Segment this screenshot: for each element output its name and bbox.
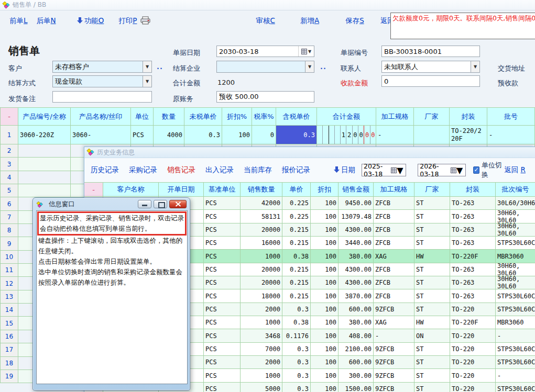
- old-account-input[interactable]: [216, 91, 314, 103]
- history-cell: 600.00: [339, 303, 374, 316]
- settle-company-more-button[interactable]: ..: [320, 63, 326, 71]
- history-cell: MBR3060: [496, 316, 535, 329]
- ship-note-input[interactable]: [52, 91, 152, 103]
- history-header-0: -: [84, 182, 103, 197]
- settle-method-combobox[interactable]: 现金现款 ▼: [52, 75, 152, 87]
- audit-link[interactable]: 审核C: [256, 16, 275, 26]
- amount-digit: 1: [340, 126, 346, 144]
- history-cell: 4300.00: [339, 223, 374, 237]
- chevron-down-icon[interactable]: ▼: [143, 76, 151, 87]
- empty-cell: 14: [0, 304, 18, 317]
- amount-digit: [329, 126, 334, 144]
- print-link-text: 打印: [118, 16, 133, 25]
- empty-cell: 3: [0, 158, 18, 171]
- history-cell: 0.215: [282, 237, 311, 250]
- history-cell: 1000: [241, 316, 282, 329]
- app-icon: [86, 149, 95, 156]
- main-grid-header-13: 批号: [487, 107, 535, 126]
- tab-quote-records[interactable]: 报价记录: [282, 165, 310, 175]
- date-link[interactable]: 日期: [334, 165, 355, 175]
- history-cell: 408.00: [339, 329, 374, 342]
- customer-combobox[interactable]: 未存档客户 ▼: [52, 61, 152, 73]
- main-grid-header-row: -产品编号/全称产品名称/丝印单位数量未税单价折扣%税率%含税单价合计金额加工规…: [0, 107, 535, 126]
- main-grid-header-11: 厂家: [414, 107, 450, 126]
- main-grid-header-3: 单位: [131, 107, 154, 126]
- save-link[interactable]: 保存S: [345, 16, 364, 26]
- product-row-1-cell-1: 3060-220Z: [18, 126, 71, 144]
- main-grid-header-5: 未税单价: [184, 107, 222, 126]
- history-back-link[interactable]: 返回 R: [504, 165, 526, 175]
- info-titlebar[interactable]: 信息窗口: [33, 198, 190, 210]
- history-cell: 16000: [241, 237, 282, 250]
- doc-date-input[interactable]: 2030-03-18 ▼: [216, 46, 314, 57]
- receipt-amount-input[interactable]: [381, 75, 480, 87]
- settle-company-combobox[interactable]: ▼: [216, 61, 314, 73]
- history-cell: 0.215: [282, 223, 311, 237]
- tab-sales-records[interactable]: 销售记录: [167, 165, 195, 175]
- delivery-address-label: 交货地址: [498, 64, 525, 73]
- unit-switch-checkbox[interactable]: ✓: [473, 166, 479, 174]
- chevron-down-icon[interactable]: ▼: [305, 61, 314, 72]
- history-cell: 42000: [241, 197, 282, 210]
- customer-more-button[interactable]: ..: [157, 63, 163, 71]
- history-cell: TO-263: [450, 223, 496, 237]
- tab-purchase-records[interactable]: 采购记录: [129, 165, 157, 175]
- next-doc-link-text: 后单: [37, 16, 51, 25]
- history-header-1: 客户名称: [103, 182, 159, 197]
- history-cell: 300.00: [339, 369, 374, 382]
- print-link[interactable]: 打印P: [118, 16, 137, 26]
- date-from-input[interactable]: 2025-03-18 ▼: [362, 164, 406, 176]
- calendar-dropdown-icon[interactable]: ▼: [451, 165, 465, 175]
- history-cell: TO-263: [450, 263, 496, 276]
- date-to-input[interactable]: 2026-03-18 ▼: [418, 164, 466, 176]
- close-button[interactable]: [169, 200, 187, 208]
- chevron-down-icon[interactable]: ▼: [471, 61, 479, 72]
- history-cell: 30H60, 30L60: [496, 263, 535, 276]
- date-from-value: 2025-03-18: [362, 162, 391, 178]
- info-paragraph-1: 显示历史记录、采购记录、销售记录时，双击记录会自动把价格信息填写到单据当前行。: [39, 213, 185, 234]
- credit-warning-box: 欠款额度0元，期限0天。联系间隔0天,销售间隔0天。: [390, 13, 535, 39]
- doc-no-input[interactable]: [381, 46, 480, 57]
- history-cell: ZFCB: [374, 276, 414, 289]
- contact-combobox[interactable]: 未知联系人 ▼: [381, 61, 480, 73]
- maximize-button[interactable]: [154, 200, 167, 208]
- history-cell: -: [374, 329, 414, 342]
- history-cell: ZFCB: [374, 197, 414, 210]
- settle-method-label: 结算方式: [8, 79, 36, 88]
- calendar-dropdown-icon[interactable]: ▼: [298, 46, 314, 57]
- next-doc-link[interactable]: 后单N: [37, 16, 56, 26]
- history-cell: 0.38: [282, 316, 311, 329]
- functions-link[interactable]: 功能O: [77, 16, 104, 26]
- history-cell: PCS: [204, 197, 241, 210]
- tab-history-records[interactable]: 历史记录: [91, 165, 119, 175]
- history-cell: MBR3060: [496, 250, 535, 263]
- tab-current-stock[interactable]: 当前库存: [244, 165, 272, 175]
- calendar-dropdown-icon[interactable]: ▼: [391, 165, 406, 175]
- history-header-3: 基准单位: [204, 182, 241, 197]
- history-cell: 100: [311, 369, 339, 382]
- history-cell: ST: [414, 369, 450, 382]
- history-header-row: -客户名称开单日期基准单位销售数量单价折扣销售金额加工规格厂家封装批次编号: [84, 182, 535, 197]
- tab-in-out-records[interactable]: 出入记录: [205, 165, 234, 175]
- minimize-button[interactable]: [138, 200, 151, 208]
- history-cell: TO-263: [450, 276, 496, 289]
- empty-cell: 2: [0, 144, 18, 158]
- history-cell: 100: [311, 356, 339, 369]
- chevron-down-icon[interactable]: ▼: [143, 61, 151, 72]
- history-cell: ST: [414, 303, 450, 316]
- prev-doc-link[interactable]: 前单L: [9, 16, 28, 26]
- history-cell: PCS: [204, 329, 241, 342]
- add-new-link-hotkey: A: [314, 16, 319, 25]
- history-cell: ST: [414, 383, 450, 392]
- history-cell: PCS: [204, 369, 241, 382]
- toolbar-right: 审核C新增A保存S返回R: [151, 16, 399, 26]
- printer-button[interactable]: [140, 16, 151, 26]
- history-cell: 13079.48: [339, 210, 374, 223]
- history-cell: ZFCB: [374, 210, 414, 223]
- empty-cell: [18, 158, 71, 171]
- history-cell: TO-220: [450, 383, 496, 392]
- product-row-1[interactable]: 13060-220Z3060-PCS40000.310000.3120000-T…: [0, 126, 535, 144]
- history-cell: 20000: [241, 223, 282, 237]
- history-cell: 9ZFCB: [374, 383, 414, 392]
- add-new-link[interactable]: 新增A: [300, 16, 319, 26]
